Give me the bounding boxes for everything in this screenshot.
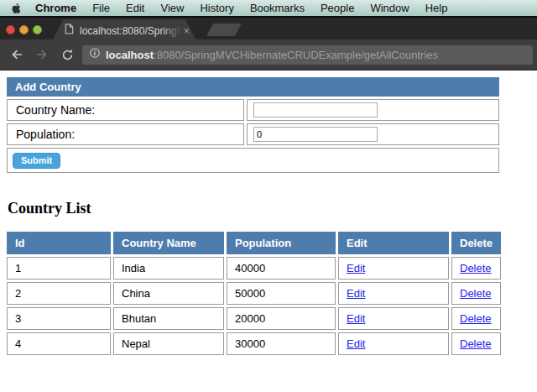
address-bar[interactable]: localhost:8080/SpringMVCHibernateCRUDExa… <box>82 45 533 65</box>
menu-item-bookmarks[interactable]: Bookmarks <box>250 2 305 14</box>
new-tab-button[interactable] <box>206 24 242 36</box>
cell-country-name: Bhutan <box>113 307 224 330</box>
country-table: Id Country Name Population Edit Delete 1… <box>4 229 503 358</box>
menu-item-help[interactable]: Help <box>425 2 448 14</box>
column-header-country-name: Country Name <box>113 232 224 254</box>
delete-link[interactable]: Delete <box>460 262 492 274</box>
tab-close-icon[interactable]: × <box>183 25 190 36</box>
menu-item-history[interactable]: History <box>200 2 233 14</box>
population-input[interactable] <box>253 127 378 142</box>
table-row: 4 Nepal 30000 Edit Delete <box>7 332 501 355</box>
edit-link[interactable]: Edit <box>347 287 365 300</box>
delete-link[interactable]: Delete <box>460 337 492 350</box>
url-host: localhost <box>106 49 154 61</box>
cell-population: 30000 <box>227 332 336 355</box>
delete-link[interactable]: Delete <box>460 287 492 300</box>
cell-id: 2 <box>7 282 111 305</box>
edit-link[interactable]: Edit <box>347 312 365 325</box>
population-label: Population: <box>7 123 244 145</box>
country-name-row: Country Name: <box>7 99 499 121</box>
cell-id: 4 <box>7 332 111 355</box>
column-header-id: Id <box>7 232 111 254</box>
browser-tab[interactable]: localhost:8080/SpringMVCHib × <box>52 19 196 41</box>
macos-menu-bar: Chrome File Edit View History Bookmarks … <box>0 0 537 16</box>
menu-item-file[interactable]: File <box>92 2 110 14</box>
apple-menu-icon[interactable] <box>12 3 22 14</box>
table-row: 2 China 50000 Edit Delete <box>7 282 501 305</box>
cell-population: 20000 <box>227 307 336 330</box>
submit-button[interactable]: Submit <box>13 153 60 169</box>
window-controls <box>6 25 42 34</box>
cell-country-name: Nepal <box>113 332 224 355</box>
page-info-icon[interactable] <box>89 47 101 62</box>
country-name-input[interactable] <box>253 102 378 118</box>
screen: Chrome File Edit View History Bookmarks … <box>0 0 537 392</box>
menu-item-people[interactable]: People <box>321 2 354 14</box>
delete-link[interactable]: Delete <box>460 312 492 325</box>
menu-item-edit[interactable]: Edit <box>126 2 144 14</box>
menu-item-chrome[interactable]: Chrome <box>35 2 76 14</box>
reload-icon[interactable] <box>57 44 77 65</box>
column-header-population: Population <box>227 232 336 254</box>
close-window-button[interactable] <box>6 25 15 34</box>
column-header-delete: Delete <box>451 232 501 254</box>
cell-id: 3 <box>7 307 111 330</box>
cell-population: 40000 <box>227 257 336 280</box>
back-icon[interactable] <box>7 44 27 65</box>
edit-link[interactable]: Edit <box>347 262 365 274</box>
table-header-row: Id Country Name Population Edit Delete <box>7 232 501 254</box>
menu-item-view[interactable]: View <box>160 2 184 14</box>
page-favicon-icon <box>65 23 74 38</box>
column-header-edit: Edit <box>338 232 449 254</box>
edit-link[interactable]: Edit <box>347 337 365 350</box>
minimize-window-button[interactable] <box>19 25 29 34</box>
browser-toolbar: localhost:8080/SpringMVCHibernateCRUDExa… <box>0 39 537 71</box>
tab-strip: localhost:8080/SpringMVCHib × <box>0 16 537 39</box>
table-row: 3 Bhutan 20000 Edit Delete <box>7 307 501 330</box>
zoom-window-button[interactable] <box>33 25 42 34</box>
cell-population: 50000 <box>227 282 336 305</box>
page-content: Add Country Country Name: Population: Su… <box>0 71 537 392</box>
forward-icon[interactable] <box>32 44 52 65</box>
population-row: Population: <box>7 123 499 145</box>
tab-title: localhost:8080/SpringMVCHib <box>80 25 181 37</box>
cell-country-name: India <box>113 257 224 280</box>
url-path: :8080/SpringMVCHibernateCRUDExample/getA… <box>154 49 438 61</box>
country-list-title: Country List <box>8 200 530 217</box>
cell-country-name: China <box>113 282 224 305</box>
cell-id: 1 <box>7 257 111 280</box>
add-country-header: Add Country <box>7 77 499 97</box>
menu-item-window[interactable]: Window <box>370 2 409 14</box>
country-name-label: Country Name: <box>7 99 244 121</box>
table-row: 1 India 40000 Edit Delete <box>7 257 501 280</box>
